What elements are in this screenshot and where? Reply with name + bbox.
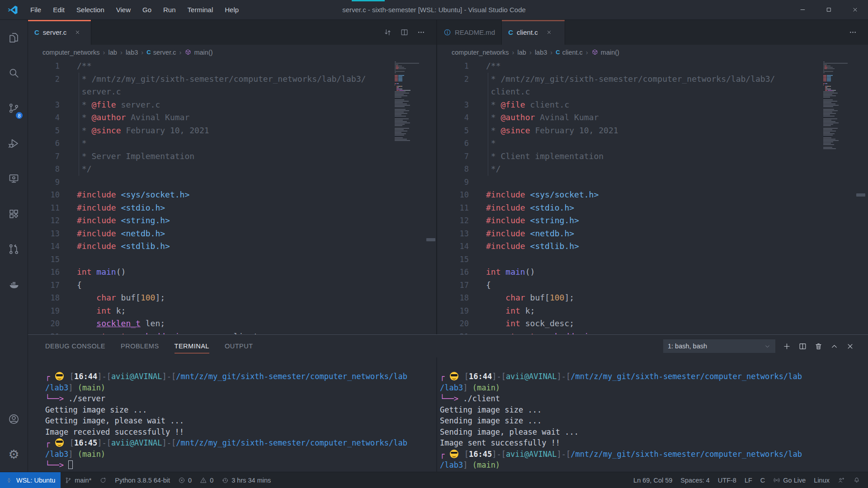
code-line: 1/** [437, 60, 868, 73]
breadcrumb-item[interactable]: Cserver.c [146, 49, 176, 56]
split-editor-button[interactable] [400, 28, 409, 37]
activity-search[interactable] [0, 55, 28, 90]
terminal-left[interactable]: ┌ [16:44]-[avii@AVINAL]-[/mnt/z/my_git/s… [28, 357, 436, 472]
code-editor[interactable]: 1/**2 * /mnt/z/my_git/sixth-semester/com… [437, 60, 868, 334]
scrollbar-slider[interactable] [856, 193, 865, 197]
tab-label: client.c [517, 28, 538, 36]
activity-source-control[interactable]: 8 [0, 90, 28, 126]
menu-help[interactable]: Help [219, 0, 245, 20]
activity-extensions[interactable] [0, 196, 28, 231]
more-button[interactable] [849, 28, 857, 37]
info-icon [443, 28, 451, 36]
close-icon [75, 29, 80, 35]
split-editor-icon [400, 28, 409, 37]
breadcrumb-item[interactable]: lab [518, 49, 526, 56]
menu-run[interactable]: Run [157, 0, 182, 20]
status-spaces-4[interactable]: Spaces: 4 [676, 472, 714, 488]
close-button[interactable] [842, 0, 868, 20]
breadcrumb-item[interactable]: lab [108, 49, 117, 56]
panel-tab-debug-console[interactable]: DEBUG CONSOLE [45, 335, 105, 357]
new-terminal-button[interactable] [783, 342, 791, 351]
open-changes-button[interactable] [383, 28, 392, 37]
terminal-line: /lab3] (main) [440, 460, 868, 471]
panel-tab-terminal[interactable]: TERMINAL [175, 335, 209, 357]
history-icon [222, 477, 229, 484]
menu-file[interactable]: File [24, 0, 47, 20]
status-0[interactable]: 0 [174, 472, 196, 488]
close-icon [852, 6, 859, 13]
scrollbar-slider[interactable] [426, 238, 435, 241]
tab-client.c[interactable]: Cclient.c [502, 20, 565, 45]
breadcrumb-separator: › [103, 48, 105, 56]
breadcrumb-item[interactable]: lab3 [126, 49, 138, 56]
status-main[interactable]: main* [61, 472, 95, 488]
menu-selection[interactable]: Selection [71, 0, 110, 20]
indent-guide [488, 73, 488, 176]
close-icon[interactable] [546, 29, 552, 35]
activity-docker[interactable] [0, 267, 28, 302]
more-button[interactable] [417, 28, 425, 37]
maximize-panel-button[interactable] [830, 342, 839, 351]
split-terminal-button[interactable] [798, 342, 807, 351]
branch-icon [65, 477, 72, 484]
close-icon[interactable] [75, 29, 80, 35]
terminal-right[interactable]: ┌ [16:44]-[avii@AVINAL]-[/mnt/z/my_git/s… [437, 357, 868, 472]
status-wsl-ubuntu[interactable]: WSL: Ubuntu [0, 472, 61, 488]
breadcrumb-item[interactable]: main() [184, 49, 212, 56]
remote-explorer-icon [8, 173, 20, 185]
code-editor[interactable]: 1/**2 * /mnt/z/my_git/sixth-semester/com… [28, 60, 436, 334]
status-bell[interactable] [849, 472, 864, 488]
scm-badge: 8 [15, 111, 24, 120]
status-3-hrs-34-mins[interactable]: 3 hrs 34 mins [217, 472, 275, 488]
activity-github-pull-requests[interactable] [0, 231, 28, 267]
status-c[interactable]: C [756, 472, 769, 488]
c-file-icon: C [34, 28, 39, 36]
panel-tabs: DEBUG CONSOLEPROBLEMSTERMINALOUTPUT [45, 335, 269, 357]
menu-terminal[interactable]: Terminal [182, 0, 219, 20]
status-python-3-8-5-64-bit[interactable]: Python 3.8.5 64-bit [111, 472, 174, 488]
panel-tab-problems[interactable]: PROBLEMS [121, 335, 159, 357]
activity-settings[interactable]: ⚙ [0, 436, 28, 472]
panel-tab-output[interactable]: OUTPUT [225, 335, 253, 357]
status-feedback[interactable] [834, 472, 849, 488]
code-line: server.c [28, 85, 436, 99]
menu-go[interactable]: Go [137, 0, 157, 20]
tab-server.c[interactable]: Cserver.c [28, 20, 91, 45]
terminal-picker-dropdown[interactable]: 1: bash, bash [663, 339, 775, 353]
breadcrumb-item[interactable]: computer_networks [42, 49, 100, 56]
activity-explorer[interactable] [0, 20, 28, 55]
code-line: 12#include <string.h> [437, 214, 868, 227]
status-0[interactable]: 0 [196, 472, 217, 488]
menu-edit[interactable]: Edit [47, 0, 71, 20]
panel-header: DEBUG CONSOLEPROBLEMSTERMINALOUTPUT 1: b… [28, 335, 868, 357]
activity-run-and-debug[interactable] [0, 126, 28, 161]
more-icon [849, 28, 857, 37]
status-sync[interactable] [95, 472, 111, 488]
code-line: 21 struct sockaddr_in server, client; [28, 330, 436, 335]
new-terminal-icon [783, 342, 791, 351]
status-lf[interactable]: LF [741, 472, 756, 488]
terminal-line: ┌ [16:44]-[avii@AVINAL]-[/mnt/z/my_git/s… [440, 371, 868, 382]
window-title: server.c - sixth-semester [WSL: Ubuntu] … [342, 0, 526, 20]
status-linux[interactable]: Linux [810, 472, 834, 488]
tab-README.md[interactable]: README.md [437, 20, 502, 45]
breadcrumb-item[interactable]: computer_networks [452, 49, 509, 56]
status-utf-8[interactable]: UTF-8 [714, 472, 741, 488]
maximize-button[interactable] [816, 0, 842, 20]
status-go-live[interactable]: Go Live [769, 472, 810, 488]
breadcrumb-item[interactable]: lab3 [535, 49, 547, 56]
minimap[interactable] [823, 61, 848, 150]
activity-remote-explorer[interactable] [0, 161, 28, 196]
breadcrumb-item[interactable]: Cclient.c [556, 49, 583, 56]
menu-view[interactable]: View [110, 0, 137, 20]
status-ln-69-col-59[interactable]: Ln 69, Col 59 [629, 472, 676, 488]
minimap[interactable] [395, 61, 419, 141]
kill-terminal-button[interactable] [814, 342, 823, 351]
breadcrumb-item[interactable]: main() [591, 49, 619, 56]
activity-account[interactable] [0, 401, 28, 436]
feedback-icon [838, 477, 845, 484]
terminal-line: └──> ./server [45, 393, 436, 404]
terminal-line: /lab3] (main) [440, 382, 868, 394]
minimize-button[interactable] [789, 0, 816, 20]
close-panel-button[interactable] [846, 342, 854, 351]
